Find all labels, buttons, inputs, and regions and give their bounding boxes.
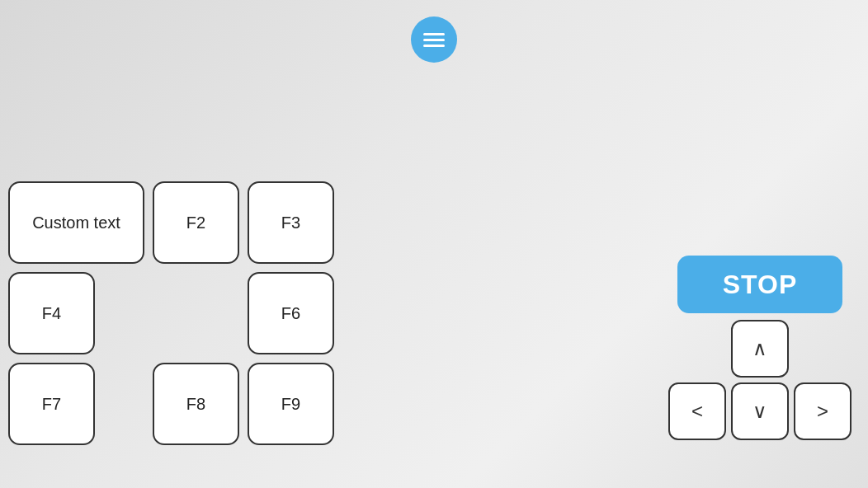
- nav-down-button[interactable]: ∨: [731, 382, 789, 440]
- f8-key[interactable]: F8: [153, 363, 239, 445]
- nav-right-button[interactable]: >: [794, 382, 851, 440]
- f3-key[interactable]: F3: [248, 181, 334, 264]
- nav-left-button[interactable]: <: [668, 382, 726, 440]
- nav-grid: ∧ < ∨ >: [668, 320, 851, 440]
- stop-button[interactable]: STOP: [677, 256, 842, 313]
- nav-up-button[interactable]: ∧: [731, 320, 789, 378]
- menu-button[interactable]: [411, 16, 457, 63]
- f9-key[interactable]: F9: [248, 363, 334, 445]
- keypad-area: Custom text F2 F3 F4 F6 F7 F8 F9: [8, 181, 334, 445]
- f2-key[interactable]: F2: [153, 181, 239, 264]
- f6-key[interactable]: F6: [248, 272, 334, 354]
- custom-text-key[interactable]: Custom text: [8, 181, 144, 264]
- right-panel: STOP ∧ < ∨ >: [668, 256, 851, 440]
- menu-bar-3: [423, 45, 445, 47]
- menu-bar-2: [423, 39, 445, 41]
- menu-bar-1: [423, 33, 445, 35]
- f7-key[interactable]: F7: [8, 363, 95, 445]
- f4-key[interactable]: F4: [8, 272, 95, 354]
